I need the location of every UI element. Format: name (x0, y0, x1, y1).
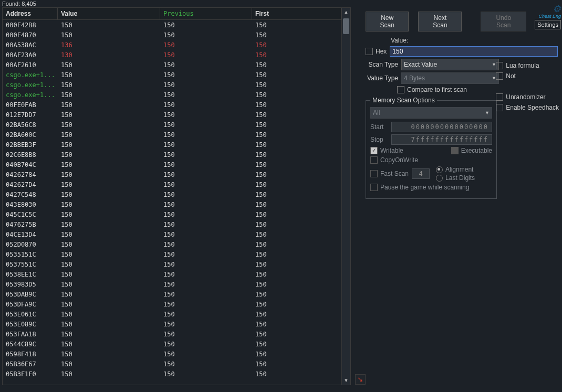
table-row[interactable]: 0535151C150150150 (3, 249, 341, 259)
cell-value: 150 (58, 121, 160, 129)
cell-previous: 150 (160, 191, 252, 198)
table-row[interactable]: 02BBEB3F150150150 (3, 140, 341, 150)
table-row[interactable]: csgo.exe+1...150150150 (3, 90, 341, 100)
lastdigits-radio[interactable]: Last Digits (436, 174, 475, 182)
cell-value: 150 (58, 61, 160, 69)
col-header-previous[interactable]: Previous (160, 8, 252, 19)
copyonwrite-checkbox[interactable]: CopyOnWrite (370, 156, 418, 164)
not-checkbox[interactable]: Not (496, 72, 559, 80)
cell-first: 150 (252, 171, 341, 178)
cell-first: 150 (252, 341, 341, 348)
speedhack-checkbox[interactable]: Enable Speedhack (496, 104, 559, 111)
cell-address: csgo.exe+1... (3, 81, 58, 89)
memory-scan-options: Memory Scan Options All▼ Start Stop ✓Wri… (366, 97, 497, 199)
table-row[interactable]: 000F42B8150150150 (3, 20, 341, 30)
table-row[interactable]: 00A538AC136150150 (3, 40, 341, 50)
col-header-first[interactable]: First (252, 8, 341, 19)
hex-checkbox[interactable]: Hex (366, 48, 387, 55)
table-row[interactable]: 053983D5150150150 (3, 279, 341, 289)
table-row[interactable]: 052D0870150150150 (3, 239, 341, 249)
alignment-radio[interactable]: Alignment (436, 166, 475, 173)
memory-options-legend: Memory Scan Options (370, 97, 437, 104)
scroll-down-icon[interactable]: ▼ (342, 376, 350, 385)
col-header-address[interactable]: Address (3, 8, 58, 19)
scan-type-select[interactable]: Exact Value▼ (401, 59, 499, 70)
splitter-arrow-icon[interactable]: ➘ (355, 374, 366, 385)
table-row[interactable]: 05B36E67150150150 (3, 359, 341, 369)
cell-previous: 150 (160, 111, 252, 119)
cell-value: 150 (58, 261, 160, 268)
table-row[interactable]: 012E7DD7150150150 (3, 110, 341, 120)
table-row[interactable]: 0538EE1C150150150 (3, 269, 341, 279)
table-row[interactable]: 0544C89C150150150 (3, 339, 341, 349)
next-scan-button[interactable]: Next Scan (418, 12, 462, 31)
table-row[interactable]: 053DFA9C150150150 (3, 299, 341, 309)
table-row[interactable]: 04262784150150150 (3, 169, 341, 179)
cell-value: 150 (58, 141, 160, 149)
table-row[interactable]: 045C1C5C150150150 (3, 209, 341, 219)
results-header: Address Value Previous First (3, 8, 341, 20)
table-row[interactable]: 00AF23A0130150150 (3, 50, 341, 60)
table-row[interactable]: 053FAA18150150150 (3, 329, 341, 339)
cell-first: 150 (252, 101, 341, 109)
results-panel: Address Value Previous First 000F42B8150… (2, 7, 351, 385)
cell-previous: 150 (160, 171, 252, 178)
cell-value: 150 (58, 101, 160, 109)
executable-checkbox[interactable]: Executable (451, 147, 492, 154)
scroll-up-icon[interactable]: ▲ (342, 8, 350, 16)
new-scan-button[interactable]: New Scan (366, 12, 409, 31)
cell-value: 150 (58, 331, 160, 338)
table-row[interactable]: 02C6E8B8150150150 (3, 150, 341, 160)
cell-previous: 150 (160, 121, 252, 129)
results-scrollbar[interactable]: ▲ ▼ (341, 8, 350, 385)
cell-first: 150 (252, 261, 341, 268)
cell-value: 136 (58, 41, 160, 49)
fastscan-input[interactable] (412, 168, 430, 179)
cell-value: 150 (58, 361, 160, 368)
table-row[interactable]: 042627D4150150150 (3, 179, 341, 189)
cell-first: 150 (252, 161, 341, 168)
cell-address: 00AF23A0 (3, 51, 58, 59)
start-input[interactable] (391, 122, 492, 132)
stop-input[interactable] (391, 134, 492, 145)
table-row[interactable]: 0476275B150150150 (3, 219, 341, 229)
table-row[interactable]: 043E8030150150150 (3, 199, 341, 209)
cell-value: 150 (58, 151, 160, 158)
fastscan-checkbox[interactable]: Fast Scan (370, 170, 409, 177)
table-row[interactable]: 02BA56C8150150150 (3, 120, 341, 130)
cell-previous: 150 (160, 281, 252, 288)
pause-checkbox[interactable]: Pause the game while scanning (370, 184, 469, 191)
table-row[interactable]: 02BA600C150150150 (3, 130, 341, 140)
mem-region-select[interactable]: All▼ (370, 107, 492, 119)
table-row[interactable]: 00FE0FAB150150150 (3, 100, 341, 110)
settings-button[interactable]: Settings (535, 20, 561, 29)
app-logo: ⚙ Cheat Eng (538, 4, 561, 19)
table-row[interactable]: 0537551C150150150 (3, 259, 341, 269)
cell-value: 150 (58, 221, 160, 228)
compare-first-checkbox[interactable]: Compare to first scan (397, 86, 467, 93)
results-list[interactable]: 000F42B8150150150000F487015015015000A538… (3, 20, 341, 385)
table-row[interactable]: 00AF2610150150150 (3, 60, 341, 70)
table-row[interactable]: 000F4870150150150 (3, 30, 341, 40)
value-type-select[interactable]: 4 Bytes▼ (401, 72, 499, 84)
scroll-thumb[interactable] (343, 18, 349, 34)
table-row[interactable]: 0427C548150150150 (3, 189, 341, 199)
cell-address: 053E061C (3, 311, 58, 318)
table-row[interactable]: 04CE13D4150150150 (3, 229, 341, 239)
table-row[interactable]: 053E089C150150150 (3, 319, 341, 329)
unrandomizer-checkbox[interactable]: Unrandomizer (496, 93, 559, 101)
lua-formula-checkbox[interactable]: Lua formula (496, 62, 559, 69)
table-row[interactable]: csgo.exe+1...150150150 (3, 70, 341, 80)
cell-value: 150 (58, 291, 160, 298)
table-row[interactable]: 05B3F1F0150150150 (3, 369, 341, 379)
table-row[interactable]: 053DAB9C150150150 (3, 289, 341, 299)
table-row[interactable]: csgo.exe+1...150150150 (3, 80, 341, 90)
cell-previous: 150 (160, 251, 252, 258)
writable-checkbox[interactable]: ✓Writable (370, 147, 403, 154)
table-row[interactable]: 0598F418150150150 (3, 349, 341, 359)
table-row[interactable]: 053E061C150150150 (3, 309, 341, 319)
table-row[interactable]: 040B704C150150150 (3, 160, 341, 169)
undo-scan-button[interactable]: Undo Scan (481, 12, 526, 31)
cell-value: 150 (58, 81, 160, 89)
col-header-value[interactable]: Value (58, 8, 160, 19)
